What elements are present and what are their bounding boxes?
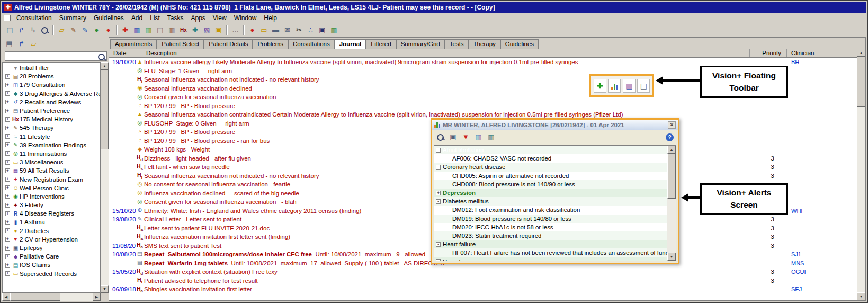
links-icon[interactable]: ∴ bbox=[305, 24, 316, 35]
sidebar-horizontal-scrollbar[interactable]: ◀ ▶ bbox=[2, 293, 101, 301]
annotate-icon[interactable]: ✎ bbox=[79, 24, 91, 35]
tab-filtered[interactable]: Filtered bbox=[366, 39, 396, 49]
find-patient-icon[interactable] bbox=[39, 24, 50, 35]
alert-row[interactable]: - Diabetes mellitus bbox=[434, 197, 667, 206]
expand-icon[interactable]: + bbox=[5, 211, 10, 216]
apple-icon[interactable]: ● bbox=[103, 24, 114, 35]
alerts-vertical-scrollbar[interactable]: ▲ ▼ bbox=[667, 146, 676, 261]
journal-row[interactable]: 06/09/18 Ha Shingles vaccination invitat… bbox=[109, 285, 857, 294]
chart-icon[interactable]: ▥ bbox=[328, 24, 339, 35]
scroll-up-icon[interactable]: ▲ bbox=[857, 49, 865, 57]
separator[interactable] bbox=[116, 25, 118, 35]
menu-consultation[interactable]: Consultation bbox=[13, 14, 56, 22]
expand-icon[interactable]: + bbox=[5, 142, 10, 147]
expand-icon[interactable]: + bbox=[5, 220, 10, 225]
sidebar-item-drug-allergies[interactable]: + ◆ 3 Drug Allergies & Adverse Reac bbox=[3, 90, 100, 98]
tests-icon[interactable]: ▧ bbox=[201, 24, 212, 35]
scroll-down-icon[interactable]: ▼ bbox=[101, 285, 109, 293]
expand-icon[interactable]: + bbox=[5, 83, 10, 87]
sidebar-item-lifestyle[interactable]: + ≈ 11 Lifestyle bbox=[3, 132, 100, 141]
sidebar-item-miscellaneous[interactable]: + ▭ 3 Miscellaneous bbox=[3, 158, 100, 166]
scroll-up-icon[interactable]: ▲ bbox=[101, 62, 109, 70]
docman-icon[interactable]: ✂ bbox=[293, 24, 305, 35]
vplus-add-icon[interactable]: ✚ bbox=[594, 79, 606, 93]
alert-row[interactable]: CHD008: Blood pressure is not 140/90 or … bbox=[434, 180, 667, 189]
reset-filter-icon[interactable]: ▱ bbox=[28, 38, 39, 49]
alert-row[interactable]: - Atrial fibrillation bbox=[434, 146, 667, 154]
expand-icon[interactable]: - bbox=[436, 199, 441, 204]
priority-column-header[interactable]: Priority bbox=[750, 49, 787, 57]
expand-icon[interactable]: + bbox=[5, 246, 10, 251]
sidebar-item-recalls-reviews[interactable]: + ↺ 2 Recalls and Reviews bbox=[3, 98, 100, 106]
sidebar-vertical-scrollbar[interactable]: ▲ ▼ bbox=[101, 62, 109, 293]
sidebar-item-therapy[interactable]: + ✎ 545 Therapy bbox=[3, 123, 100, 132]
sidebar-item-diabetes[interactable]: + ● 2 Diabetes bbox=[3, 227, 100, 235]
hide-panel-icon[interactable]: ▤ bbox=[4, 38, 15, 49]
menu-tasks[interactable]: Tasks bbox=[164, 14, 187, 22]
sidebar-item-new-registration-exam[interactable]: + ✦ New Registration Exam bbox=[3, 175, 100, 183]
scroll-down-icon[interactable]: ▼ bbox=[667, 253, 676, 261]
sidebar-item-well-person-clinic[interactable]: + ☺ Well Person Clinic bbox=[3, 184, 100, 192]
expand-icon[interactable]: + bbox=[5, 203, 10, 208]
menu-add[interactable]: Add bbox=[128, 14, 146, 22]
expand-icon[interactable]: + bbox=[5, 126, 10, 130]
tab-appointments[interactable]: Appointments bbox=[110, 39, 157, 49]
help-icon[interactable]: ? bbox=[666, 133, 674, 141]
settings-icon[interactable]: ▥ bbox=[486, 132, 496, 142]
scroll-up-icon[interactable]: ▲ bbox=[667, 146, 676, 154]
alert-row[interactable]: - Heart failure bbox=[434, 240, 667, 248]
expand-icon[interactable]: + bbox=[5, 117, 10, 122]
patient-select-icon[interactable]: ↱ bbox=[16, 24, 27, 35]
scroll-right-icon[interactable]: ▶ bbox=[93, 293, 101, 301]
add-icon[interactable]: ✚ bbox=[120, 24, 131, 35]
record-audio-icon[interactable]: ● bbox=[247, 24, 258, 35]
expand-icon[interactable]: - bbox=[436, 148, 441, 153]
menu-help[interactable]: Help bbox=[260, 14, 281, 22]
preview-icon[interactable] bbox=[435, 132, 445, 142]
mail-merge-icon[interactable]: ✉ bbox=[282, 24, 293, 35]
journal-row[interactable]: 15/05/20 Hd Situation with explicit cont… bbox=[109, 268, 857, 277]
alert-row[interactable]: + Depression bbox=[434, 189, 667, 197]
tab-consultations[interactable]: Consultations bbox=[288, 39, 335, 49]
expand-icon[interactable]: + bbox=[5, 100, 10, 104]
menu-window[interactable]: Window bbox=[230, 14, 261, 22]
sidebar-item-medical-history[interactable]: + Hx 175 Medical History bbox=[3, 115, 100, 123]
tab-patient-select[interactable]: Patient Select bbox=[157, 39, 204, 49]
expand-icon[interactable]: + bbox=[5, 263, 10, 268]
expand-icon[interactable]: + bbox=[5, 177, 10, 182]
therapy-icon[interactable]: ✚ bbox=[190, 24, 201, 35]
expand-icon[interactable]: + bbox=[5, 134, 10, 139]
alert-row[interactable]: AF006: CHADS2-VASC not recorded bbox=[434, 154, 667, 163]
sidebar-item-elderly[interactable]: + ✦ 3 Elderly bbox=[3, 201, 100, 209]
alert-row[interactable]: DM012: Foot examination and risk classif… bbox=[434, 206, 667, 214]
expand-icon[interactable]: + bbox=[5, 237, 10, 242]
tab-tests[interactable]: Tests bbox=[445, 39, 469, 49]
menu-guidelines[interactable]: Guidelines bbox=[90, 14, 128, 22]
record-icon[interactable]: ● bbox=[91, 24, 102, 35]
medical-history-icon[interactable]: Hx bbox=[178, 24, 189, 35]
scroll-thumb[interactable] bbox=[101, 70, 109, 149]
menu-list[interactable]: List bbox=[146, 14, 164, 22]
child-window-icon[interactable] bbox=[4, 15, 11, 21]
consultation-manager-icon[interactable]: ▤ bbox=[4, 24, 15, 35]
save-icon[interactable]: ▣ bbox=[317, 24, 328, 35]
scroll-thumb[interactable] bbox=[667, 154, 676, 199]
sidebar-item-ios-claims[interactable]: + ▤ IOS Claims bbox=[3, 261, 100, 269]
alert-row[interactable]: CHD005: Aspirin or alternative not recor… bbox=[434, 172, 667, 180]
sidebar-item-disease-registers[interactable]: + R 4 Disease Registers bbox=[3, 209, 100, 218]
guidelines-icon[interactable]: ▦ bbox=[143, 24, 154, 35]
journal-row[interactable]: Hi Patient advised to telephone for test… bbox=[109, 277, 857, 286]
sidebar-item-cv-hypertension[interactable]: + ♥ 2 CV or Hypertension bbox=[3, 235, 100, 244]
date-column-header[interactable]: Date bbox=[109, 49, 144, 57]
menu-apps[interactable]: Apps bbox=[187, 14, 209, 22]
alert-row[interactable]: DM019: Blood pressure is not 140/80 or l… bbox=[434, 215, 667, 223]
sidebar-item-epilepsy[interactable]: + ▣ Epilepsy bbox=[3, 244, 100, 252]
tab-journal[interactable]: Journal bbox=[335, 39, 366, 49]
close-icon[interactable]: × bbox=[668, 121, 676, 129]
alert-row[interactable]: - Hypertension bbox=[434, 257, 667, 261]
apply-filter-icon[interactable]: ↱ bbox=[16, 38, 27, 49]
alert-row[interactable]: DM023: Statin treatment required bbox=[434, 231, 667, 240]
expand-icon[interactable]: + bbox=[436, 191, 441, 195]
problems-icon[interactable]: ▥ bbox=[131, 24, 142, 35]
separator[interactable] bbox=[52, 25, 54, 35]
